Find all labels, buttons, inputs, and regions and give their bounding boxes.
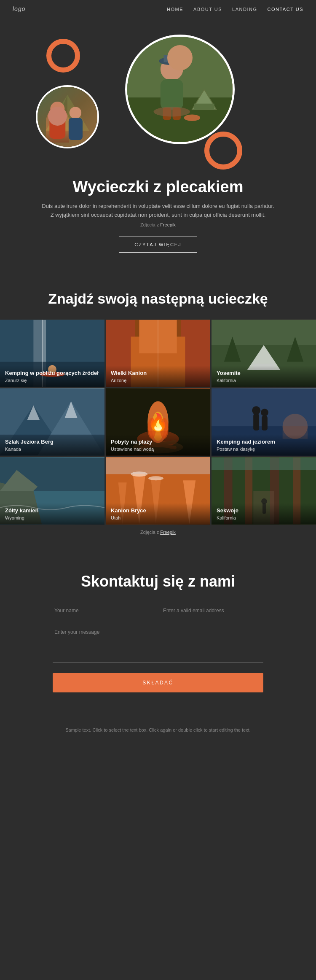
nav-item-about[interactable]: ABOUT US — [193, 5, 222, 13]
nav-item-contact[interactable]: CONTACT US — [268, 5, 304, 13]
gallery-item-title: Pobyty na plaży — [111, 439, 205, 446]
gallery-item-subtitle: Ustawione nad wodą — [111, 447, 205, 452]
gallery-section: Znajdź swoją następną ucieczkę Kemping w… — [0, 269, 316, 552]
nav-link-landing[interactable]: LANDING — [232, 7, 257, 12]
gallery-item-title: Yosemite — [217, 370, 311, 377]
gallery-item[interactable]: Kemping w pobliżu gorących źródełZanurz … — [0, 320, 104, 387]
svg-point-72 — [148, 476, 163, 480]
gallery-item-overlay: Kanion BryceUtah — [106, 503, 210, 525]
svg-rect-78 — [212, 457, 316, 470]
contact-section: Skontaktuj się z nami SKŁADAĆ — [0, 552, 316, 718]
svg-rect-54 — [253, 414, 259, 431]
hero-title: Wycieczki z plecakiem — [73, 178, 244, 196]
gallery-item-subtitle: Kalifornia — [217, 378, 311, 383]
hero-section: Wycieczki z plecakiem Duis aute irure do… — [0, 18, 316, 269]
gallery-item-subtitle: Kalifornia — [217, 515, 311, 520]
hero-description: Duis aute irure dolor in reprehenderit i… — [40, 202, 276, 220]
gallery-item-overlay: YosemiteKalifornia — [212, 366, 316, 387]
decorative-ring-bottom-right — [204, 132, 242, 170]
gallery-item-overlay: Kemping nad jezioremPostaw na klasykę — [212, 434, 316, 456]
read-more-button[interactable]: CZYTAJ WIĘCEJ — [119, 237, 197, 253]
gallery-item-subtitle: Postaw na klasykę — [217, 447, 311, 452]
gallery-item[interactable]: Pobyty na plażyUstawione nad wodą — [106, 388, 210, 456]
contact-form: SKŁADAĆ — [53, 603, 263, 692]
gallery-item-title: Kemping w pobliżu gorących źródeł — [5, 370, 99, 377]
hero-photo-credit: Zdjęcia z Freepik — [140, 222, 176, 227]
nav-links: HOME ABOUT US LANDING CONTACT US — [167, 5, 303, 13]
gallery-item-overlay: Szlak Jeziora BergKanada — [0, 434, 104, 456]
footer: Sample text. Click to select the text bo… — [0, 718, 316, 747]
hero-circle-small-image — [37, 87, 97, 147]
gallery-item-subtitle: Wyoming — [5, 515, 99, 520]
gallery-item-title: Wielki Kanion — [111, 370, 205, 377]
svg-point-15 — [184, 115, 200, 121]
gallery-item-title: Żółty kamień — [5, 507, 99, 514]
svg-rect-14 — [164, 55, 180, 62]
svg-point-18 — [154, 107, 190, 116]
svg-point-13 — [159, 57, 185, 65]
hero-images — [13, 26, 303, 170]
email-input[interactable] — [161, 603, 263, 618]
gallery-item[interactable]: Szlak Jeziora BergKanada — [0, 388, 104, 456]
svg-point-71 — [131, 471, 148, 477]
form-row-name-email — [53, 603, 263, 618]
svg-point-3 — [50, 102, 64, 116]
contact-title: Skontaktuj się z nami — [34, 573, 282, 590]
gallery-item-subtitle: Zanurz się — [5, 378, 99, 383]
gallery-item[interactable]: Kanion BryceUtah — [106, 457, 210, 525]
gallery-item[interactable]: SekwojeKalifornia — [212, 457, 316, 525]
svg-rect-70 — [106, 457, 210, 474]
gallery-item-subtitle: Utah — [111, 515, 205, 520]
logo[interactable]: logo — [13, 5, 25, 12]
gallery-title: Znajdź swoją następną ucieczkę — [0, 291, 316, 307]
gallery-item-overlay: SekwojeKalifornia — [212, 503, 316, 525]
submit-button[interactable]: SKŁADAĆ — [53, 673, 263, 692]
gallery-item-overlay: Kemping w pobliżu gorących źródełZanurz … — [0, 366, 104, 387]
decorative-ring-top-left — [46, 39, 80, 73]
gallery-item-title: Kanion Bryce — [111, 507, 205, 514]
svg-rect-4 — [49, 115, 65, 139]
gallery-item-title: Sekwoje — [217, 507, 311, 514]
svg-rect-10 — [194, 104, 214, 110]
svg-rect-6 — [69, 118, 83, 140]
hero-circle-main-image — [127, 37, 233, 142]
svg-point-57 — [261, 409, 268, 416]
svg-point-55 — [252, 406, 260, 415]
gallery-freepik-link[interactable]: Freepik — [160, 530, 176, 535]
gallery-photo-credit: Zdjęcia z Freepik — [0, 530, 316, 535]
hero-circle-main — [125, 35, 235, 144]
gallery-item-title: Kemping nad jeziorem — [217, 439, 311, 446]
nav-item-landing[interactable]: LANDING — [232, 5, 257, 13]
hero-freepik-link[interactable]: Freepik — [160, 222, 176, 227]
nav-link-home[interactable]: HOME — [167, 7, 183, 12]
svg-rect-12 — [161, 79, 183, 110]
gallery-item[interactable]: Żółty kamieńWyoming — [0, 457, 104, 525]
hero-circle-small — [36, 85, 99, 148]
footer-text: Sample text. Click to select the text bo… — [13, 727, 303, 734]
name-input[interactable] — [53, 603, 155, 618]
gallery-item-subtitle: Kanada — [5, 447, 99, 452]
gallery-item-subtitle: Arizonę — [111, 378, 205, 383]
nav-link-contact[interactable]: CONTACT US — [268, 7, 304, 12]
gallery-item-overlay: Żółty kamieńWyoming — [0, 503, 104, 525]
gallery-item-title: Szlak Jeziora Berg — [5, 439, 99, 446]
gallery-item-overlay: Wielki KanionArizonę — [106, 366, 210, 387]
navigation: logo HOME ABOUT US LANDING CONTACT US — [0, 0, 316, 18]
gallery-item[interactable]: Wielki KanionArizonę — [106, 320, 210, 387]
message-textarea[interactable] — [53, 625, 263, 663]
svg-point-5 — [70, 107, 81, 118]
gallery-grid: Kemping w pobliżu gorących źródełZanurz … — [0, 320, 316, 525]
nav-item-home[interactable]: HOME — [167, 5, 183, 13]
nav-link-about[interactable]: ABOUT US — [193, 7, 222, 12]
gallery-item-overlay: Pobyty na plażyUstawione nad wodą — [106, 434, 210, 456]
svg-rect-56 — [262, 416, 268, 431]
gallery-item[interactable]: Kemping nad jezioremPostaw na klasykę — [212, 388, 316, 456]
gallery-item[interactable]: YosemiteKalifornia — [212, 320, 316, 387]
